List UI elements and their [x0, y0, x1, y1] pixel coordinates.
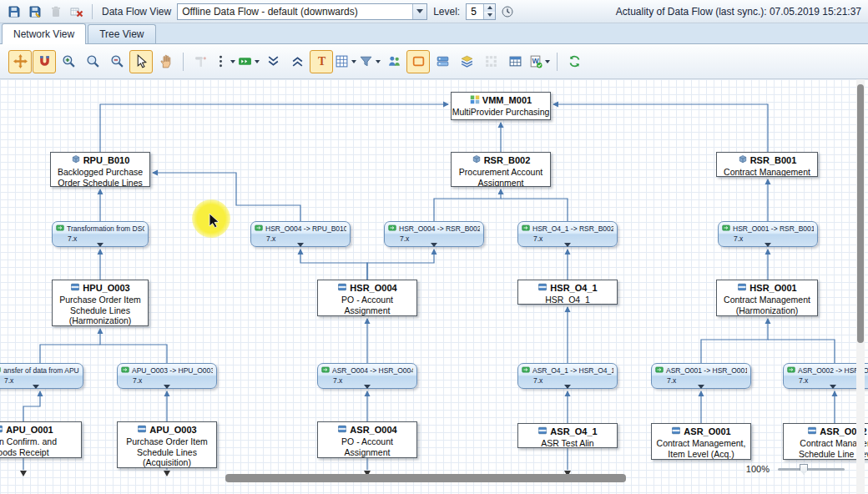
- node-RSR_B001[interactable]: RSR_B001Contract Management: [716, 152, 818, 177]
- zoom-slider[interactable]: [778, 468, 845, 471]
- dropdown-caret-icon: [230, 60, 235, 63]
- node-title: HSR_O4_1: [518, 282, 617, 295]
- node-APU_O001[interactable]: APU_O001tion Confirm. and oods Receipt: [0, 421, 82, 458]
- view-tabs: Network View Tree View: [0, 23, 868, 44]
- select-tool-icon[interactable]: [129, 50, 153, 73]
- flow-direction-icon[interactable]: [237, 50, 260, 73]
- node-label: Purchase Order Item Schedule Lines (Harm…: [53, 295, 148, 326]
- transformation-title: HSR_O4_1 -> RSR_B002: [532, 224, 613, 234]
- node-APU_O003[interactable]: APU_O003Purchase Order Item Schedule Lin…: [117, 421, 217, 468]
- transformation-box[interactable]: ASR_O002 -> HSR_O0...7.x: [783, 363, 868, 389]
- collapse-all-icon[interactable]: [261, 50, 285, 73]
- transformation-box[interactable]: APU_O003 -> HPU_O0037.x: [117, 363, 217, 389]
- pan-tool-icon[interactable]: [154, 50, 177, 73]
- authorizations-icon[interactable]: [382, 50, 406, 73]
- more-options-icon[interactable]: [213, 50, 236, 73]
- node-label: Contract Managem Schedule Line Leve: [784, 438, 868, 459]
- node-id: HSR_O004: [350, 283, 396, 294]
- expand-handle-icon[interactable]: [431, 243, 437, 247]
- node-ASR_O4_1[interactable]: ASR_O4_1ASR Test Alin: [517, 423, 618, 448]
- text-display-icon[interactable]: T: [310, 50, 333, 73]
- level-spinner-buttons: [483, 4, 495, 19]
- transformation-icon: [787, 365, 795, 376]
- frame-select-icon[interactable]: [406, 50, 430, 73]
- repair-icon[interactable]: [189, 50, 212, 73]
- expand-handle-icon[interactable]: [830, 385, 836, 389]
- vertical-scrollbar[interactable]: [856, 79, 865, 494]
- node-id: RSR_B002: [484, 155, 531, 166]
- transformation-box[interactable]: HSR_O4_1 -> RSR_B0027.x: [517, 221, 618, 247]
- tab-network-view[interactable]: Network View: [2, 23, 86, 44]
- align-grid-icon[interactable]: [479, 50, 502, 73]
- dropdown-caret-icon: [376, 60, 381, 63]
- node-id: ASR_O004: [350, 425, 396, 436]
- node-ASR_O001[interactable]: ASR_O001Contract Management, Item Level …: [651, 423, 751, 460]
- expand-handle-icon[interactable]: [364, 385, 371, 389]
- save-icon[interactable]: [5, 3, 23, 21]
- transformation-box[interactable]: HSR_O001 -> RSR_B0017.x: [718, 221, 818, 247]
- refresh-icon[interactable]: [563, 50, 586, 73]
- tab-tree-view[interactable]: Tree View: [88, 24, 155, 43]
- transformation-version: 7.x: [121, 376, 213, 385]
- transformation-box[interactable]: ASR_O004 -> HSR_O0047.x: [317, 363, 417, 389]
- node-label: Contract Management, Item Level (Acq.): [652, 438, 750, 459]
- transformation-version: 7.x: [722, 234, 814, 243]
- table-display-icon[interactable]: [334, 50, 357, 73]
- node-HSR_O001[interactable]: HSR_O001Contract Management (Harmonizati…: [716, 280, 818, 316]
- transformation-box[interactable]: HSR_O004 -> RPU_B0107.x: [250, 221, 351, 247]
- expand-handle-icon[interactable]: [164, 385, 170, 389]
- expand-handle-icon[interactable]: [765, 243, 771, 247]
- node-VMM_M001[interactable]: VMM_M001MultiProvider Purchasing: [451, 92, 551, 120]
- level-spinner[interactable]: 5: [466, 3, 496, 20]
- node-HPU_O003[interactable]: HPU_O003Purchase Order Item Schedule Lin…: [52, 280, 149, 326]
- node-HSR_O004[interactable]: HSR_O004PO - Account Assignment (Harmoni…: [317, 280, 417, 316]
- system-icon[interactable]: [431, 50, 454, 73]
- transformation-title: HSR_O001 -> RSR_B001: [733, 224, 814, 234]
- data-table-icon[interactable]: [503, 50, 527, 73]
- delete-icon[interactable]: [47, 3, 65, 21]
- node-ASR_O002[interactable]: ASR_O002Contract Managem Schedule Line L…: [783, 423, 868, 460]
- node-label: Contract Management (Harmonization): [717, 295, 817, 315]
- filter-icon[interactable]: [358, 50, 381, 73]
- magnet-tool-icon[interactable]: [33, 50, 56, 73]
- node-label: MultiProvider Purchasing: [452, 107, 550, 118]
- expand-handle-icon[interactable]: [97, 243, 103, 247]
- report-icon[interactable]: W: [527, 50, 551, 73]
- clock-icon[interactable]: [498, 3, 517, 21]
- expand-handle-icon[interactable]: [698, 385, 704, 389]
- expand-handle-icon[interactable]: [297, 243, 304, 247]
- transformation-version: 7.x: [255, 234, 346, 243]
- transformation-version: 7.x: [0, 376, 79, 385]
- remove-data-flow-icon[interactable]: [68, 3, 86, 21]
- move-tool-icon[interactable]: [8, 50, 32, 73]
- expand-handle-icon[interactable]: [564, 243, 571, 247]
- vertical-scrollbar-thumb[interactable]: [857, 84, 864, 343]
- node-RPU_B010[interactable]: RPU_B010Backlogged Purchase Order Schedu…: [50, 152, 150, 187]
- transformation-box[interactable]: HSR_O004 -> RSR_B0027.x: [384, 221, 484, 247]
- zoom-in-icon[interactable]: [57, 50, 80, 73]
- expand-handle-icon[interactable]: [33, 385, 39, 389]
- expand-handle-icon[interactable]: [564, 385, 571, 389]
- node-RSR_B002[interactable]: RSR_B002Procurement Account Assignment: [451, 152, 551, 187]
- zoom-original-icon[interactable]: [81, 50, 104, 73]
- transformation-box[interactable]: ASR_O4_1 -> HSR_O4_17.x: [517, 363, 618, 389]
- layers-icon[interactable]: [455, 50, 478, 73]
- diagram-canvas[interactable]: 100% VMM_M001MultiProvider PurchasingRPU…: [0, 79, 868, 494]
- dso-icon: [537, 426, 548, 438]
- node-HSR_O4_1[interactable]: HSR_O4_1HSR_O4_1: [517, 280, 618, 305]
- node-ASR_O004[interactable]: ASR_O004PO - Account Assignment (Acquisi…: [317, 421, 417, 458]
- dso-icon: [0, 424, 3, 436]
- expand-all-icon[interactable]: [285, 50, 309, 73]
- save-all-icon[interactable]: [26, 3, 44, 21]
- data-flow-selector-dropdown-button[interactable]: [412, 4, 426, 19]
- transformation-icon: [56, 224, 64, 234]
- transformation-box[interactable]: Transformation from DSO HP...7.x: [52, 221, 149, 247]
- data-flow-selector[interactable]: Offline Data Flow - default (downwards): [177, 3, 427, 20]
- spinner-up-button[interactable]: [484, 4, 495, 12]
- zoom-slider-thumb[interactable]: [800, 464, 808, 475]
- spinner-down-button[interactable]: [484, 12, 495, 19]
- transformation-box[interactable]: ansfer of data from APU...7.x: [0, 363, 83, 389]
- zoom-out-icon[interactable]: [105, 50, 129, 73]
- horizontal-scrollbar-thumb[interactable]: [225, 474, 626, 482]
- transformation-box[interactable]: ASR_O001 -> HSR_O0017.x: [651, 363, 751, 389]
